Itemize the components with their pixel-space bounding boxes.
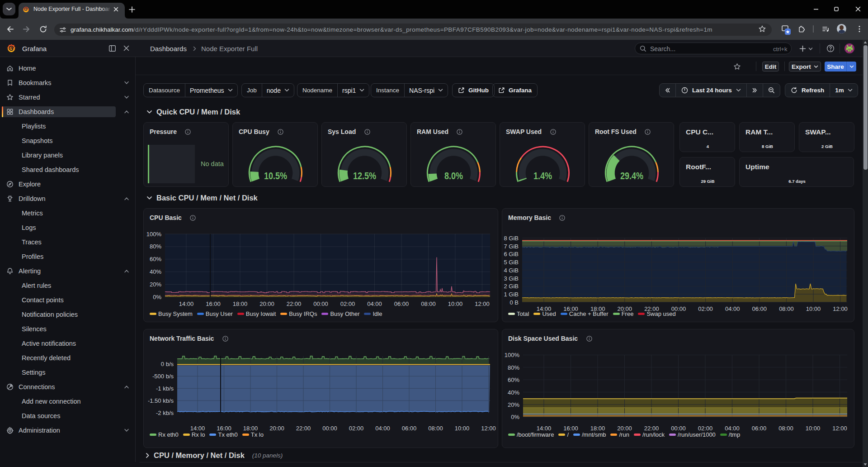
svg-text:04:00: 04:00 [367,300,382,307]
svg-text:04:00: 04:00 [725,425,740,432]
svg-text:06:00: 06:00 [752,425,767,432]
svg-text:40%: 40% [508,389,519,396]
svg-text:14:00: 14:00 [190,425,205,432]
svg-text:80%: 80% [150,243,161,250]
svg-text:08:00: 08:00 [779,305,794,312]
svg-text:20%: 20% [150,281,161,288]
svg-text:6 GiB: 6 GiB [504,251,519,257]
svg-text:3 GiB: 3 GiB [504,275,519,282]
svg-text:100%: 100% [505,352,520,358]
svg-text:12:00: 12:00 [833,305,848,312]
svg-text:12:00: 12:00 [832,425,847,432]
svg-text:00:00: 00:00 [671,425,686,432]
svg-text:80%: 80% [508,364,519,371]
svg-text:18:00: 18:00 [233,300,248,307]
svg-text:10:00: 10:00 [455,425,470,432]
svg-text:06:00: 06:00 [402,425,417,432]
svg-text:8 GiB: 8 GiB [504,235,519,242]
svg-text:08:00: 08:00 [421,300,436,307]
svg-text:00:00: 00:00 [322,425,337,432]
svg-text:00:00: 00:00 [313,300,328,307]
svg-text:60%: 60% [150,256,161,262]
svg-text:06:00: 06:00 [752,305,767,312]
svg-text:10:00: 10:00 [806,305,821,312]
svg-text:06:00: 06:00 [394,300,409,307]
svg-text:02:00: 02:00 [698,305,713,312]
svg-text:20:00: 20:00 [617,425,632,432]
svg-text:08:00: 08:00 [428,425,443,432]
svg-text:20:00: 20:00 [269,425,284,432]
svg-text:4 GiB: 4 GiB [504,267,519,274]
svg-text:22:00: 22:00 [287,300,302,307]
svg-text:0 B: 0 B [509,299,519,306]
svg-text:1 GiB: 1 GiB [504,291,519,298]
svg-text:04:00: 04:00 [725,305,740,312]
svg-text:22:00: 22:00 [296,425,311,432]
svg-text:-500 b/s: -500 b/s [152,373,174,380]
svg-text:20%: 20% [508,401,519,408]
svg-text:14:00: 14:00 [537,425,552,432]
svg-text:20:00: 20:00 [259,300,274,307]
svg-text:5 GiB: 5 GiB [504,259,519,266]
svg-text:12:00: 12:00 [481,425,496,432]
svg-text:-1.50 kb/s: -1.50 kb/s [148,397,174,404]
svg-text:02:00: 02:00 [349,425,364,432]
svg-text:14:00: 14:00 [179,300,194,307]
svg-text:0 b/s: 0 b/s [161,361,174,367]
svg-text:12:00: 12:00 [475,300,490,307]
svg-text:10:00: 10:00 [448,300,463,307]
svg-text:2 GiB: 2 GiB [504,283,519,290]
svg-text:08:00: 08:00 [778,425,793,432]
svg-text:16:00: 16:00 [563,425,578,432]
svg-text:22:00: 22:00 [644,425,659,432]
svg-text:04:00: 04:00 [375,425,390,432]
svg-text:-2 kb/s: -2 kb/s [156,410,174,416]
svg-text:0%: 0% [511,414,519,420]
svg-text:60%: 60% [508,376,519,383]
svg-text:10:00: 10:00 [806,425,821,432]
svg-text:100%: 100% [146,231,162,238]
svg-text:16:00: 16:00 [217,425,231,432]
svg-text:40%: 40% [150,268,161,275]
svg-text:18:00: 18:00 [590,425,605,432]
svg-text:0%: 0% [153,294,161,300]
svg-text:02:00: 02:00 [698,425,713,432]
svg-text:16:00: 16:00 [206,300,221,307]
svg-text:-1 kb/s: -1 kb/s [156,385,174,392]
svg-text:18:00: 18:00 [243,425,258,432]
svg-text:02:00: 02:00 [340,300,355,307]
svg-text:7 GiB: 7 GiB [504,243,519,250]
